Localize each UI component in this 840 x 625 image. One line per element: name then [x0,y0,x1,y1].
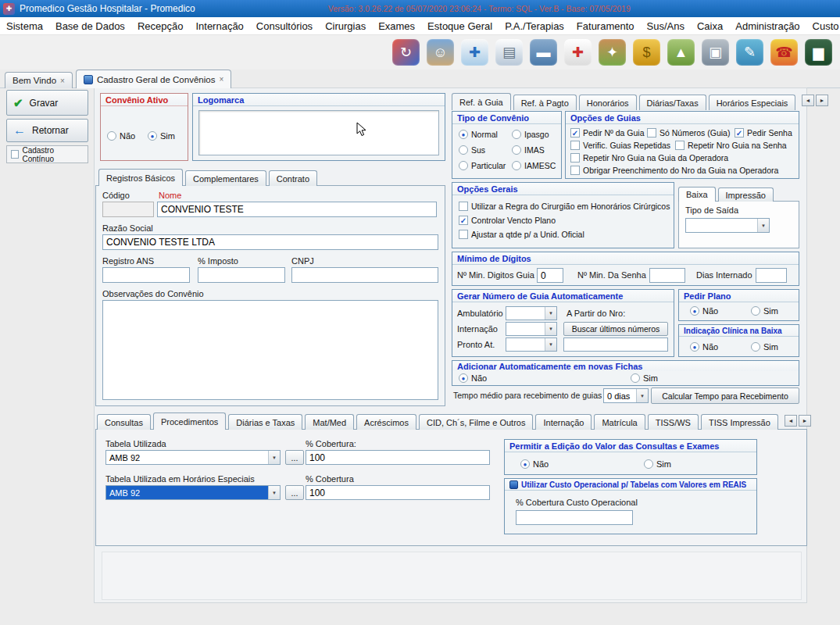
menu-administracao[interactable]: Administração [729,18,806,34]
checkbox-controlar-vencto-plano[interactable]: ✓ Controlar Vencto Plano [459,216,556,225]
logistics-icon[interactable]: ▲ [667,39,695,66]
tab-acrescimos[interactable]: Acréscimos [356,414,416,430]
radio-particular[interactable]: Particular [459,161,506,170]
tab-honorarios[interactable]: Honorários [579,95,637,110]
tabela-horarios-especiais-select[interactable]: AMB 92 ▼ [105,485,281,500]
radio-iamesc[interactable]: IAMESC [512,161,556,170]
chevron-down-icon[interactable]: ▼ [545,323,556,335]
radio-pedir-plano-sim[interactable]: Sim [751,306,778,316]
tempo-medio-select[interactable]: 0 dias ▼ [603,388,649,403]
tab-scroll-right-button[interactable]: ► [816,95,828,106]
close-icon[interactable]: × [219,75,223,84]
radio-indicacao-nao[interactable]: ● Não [690,342,718,352]
retornar-button[interactable]: ← Retornar [6,119,88,142]
menu-base-de-dados[interactable]: Base de Dados [49,18,131,34]
tab-registros-basicos[interactable]: Registros Básicos [98,169,183,186]
menu-custo[interactable]: Custo [806,18,840,34]
schedule-icon[interactable]: ✎ [736,39,763,66]
checkbox-regra-cirurgiao[interactable]: Utilizar a Regra do Cirurgião em Honorár… [459,202,670,211]
phone-icon[interactable]: ☎ [770,39,798,66]
checkbox-pedir-numero-guia[interactable]: ✓ Pedir Nº da Guia [570,128,645,138]
ambulance-icon[interactable]: ✚ [564,39,592,66]
hospital-bed-icon[interactable]: ▬ [530,39,557,66]
chevron-down-icon[interactable]: ▼ [545,307,556,320]
min-senha-field[interactable] [649,268,685,283]
radio-normal[interactable]: ● Normal [459,130,498,139]
codigo-field[interactable] [102,202,154,217]
radio-indicacao-sim[interactable]: Sim [751,342,778,352]
radio-permitir-sim[interactable]: Sim [644,459,671,469]
tabela-utilizada-select[interactable]: AMB 92 ▼ [105,450,281,465]
cobertura-field[interactable] [306,450,490,465]
internacao-select[interactable]: ▼ [506,322,557,336]
menu-sistema[interactable]: Sistema [0,18,49,34]
tab-baixa[interactable]: Baixa [678,187,716,202]
menu-pa-terapias[interactable]: P.A./Terapias [499,18,570,34]
radio-adicionar-sim[interactable]: Sim [631,373,658,383]
checkbox-so-numeros-guia[interactable]: Só Números (Guia) [647,128,730,138]
radio-convenio-nao[interactable]: Não [107,131,135,141]
notes-icon[interactable]: ▤ [495,39,523,66]
checkbox-verific-guias-repetidas[interactable]: Verific. Guias Repetidas [570,141,670,150]
sync-icon[interactable]: ↻ [392,39,420,66]
razao-social-field[interactable] [102,234,438,250]
chevron-down-icon[interactable]: ▼ [636,389,648,402]
ambulatorio-select[interactable]: ▼ [506,306,557,320]
chevron-down-icon[interactable]: ▼ [545,338,556,351]
menu-caixa[interactable]: Caixa [691,18,729,34]
radio-adicionar-nao[interactable]: ● Não [459,373,487,383]
cadastro-continuo-checkbox[interactable]: Cadastro Contínuo [6,145,88,163]
radio-ipasgo[interactable]: Ipasgo [512,130,549,139]
manual-icon[interactable]: ▆ [805,39,832,66]
pronto-at-select[interactable]: ▼ [506,338,557,352]
logomarca-image-area[interactable] [198,110,439,155]
tab-tiss-impressao[interactable]: TISS Impressão [701,414,778,430]
safe-icon[interactable]: ▣ [702,39,729,66]
tab-contrato[interactable]: Contrato [269,170,317,186]
tab-diarias-taxas[interactable]: Diárias/Taxas [639,95,706,110]
tab-matricula[interactable]: Matrícula [594,414,645,430]
checkbox-repetir-nro-guia-senha[interactable]: Repetir Nro Guia na Senha [675,141,787,150]
registro-ans-field[interactable] [102,267,190,283]
checkbox-pedir-senha[interactable]: ✓ Pedir Senha [735,128,792,138]
tab-complementares[interactable]: Complementares [185,170,266,186]
tipo-saida-select[interactable]: ▼ [685,218,770,233]
menu-recepcao[interactable]: Recepção [131,18,190,34]
gravar-button[interactable]: ✔ Gravar [6,90,88,116]
menu-cirurgias[interactable]: Cirurgias [319,18,372,34]
chevron-down-icon[interactable]: ▼ [268,486,280,499]
tabela-esp-browse-button[interactable]: ... [285,485,304,500]
patients-icon[interactable]: ☺ [427,39,454,66]
titlebar[interactable]: ✚ Promedico Gestão Hospitalar - Promedic… [0,0,840,17]
checkbox-ajustar-qtde-unid-oficial[interactable]: Ajustar a qtde p/ a Unid. Oficial [459,230,584,239]
supplies-icon[interactable]: ✦ [599,39,626,66]
imposto-field[interactable] [198,267,285,283]
nome-field[interactable] [157,202,437,217]
chevron-down-icon[interactable]: ▼ [268,451,280,464]
radio-permitir-nao[interactable]: ● Não [520,459,549,469]
a-partir-nro-field[interactable] [563,338,668,352]
tab-mat-med[interactable]: Mat/Med [305,414,354,430]
dias-internado-field[interactable] [756,268,787,283]
bottom-tab-scroll-right-button[interactable]: ► [799,415,811,427]
tab-horarios-especiais[interactable]: Horários Especiais [709,95,796,110]
checkbox-repetir-nro-guia-operadora[interactable]: Repetir Nro Guia na Guia da Operadora [570,153,728,162]
menu-estoque-geral[interactable]: Estoque Geral [421,18,499,34]
radio-imas[interactable]: IMAS [512,145,545,155]
billing-icon[interactable]: $ [633,39,660,66]
chevron-down-icon[interactable]: ▼ [757,219,769,232]
tab-impressao[interactable]: Impressão [718,188,774,202]
tab-ref-a-pagto[interactable]: Ref. à Pagto [513,95,577,110]
menu-consultorios[interactable]: Consultórios [250,18,319,34]
radio-pedir-plano-nao[interactable]: ● Não [690,306,718,316]
cobertura-custo-field[interactable] [516,510,633,525]
bottom-tab-scroll-left-button[interactable]: ◄ [785,415,797,427]
tab-procedimentos[interactable]: Procedimentos [153,412,226,430]
tab-scroll-left-button[interactable]: ◄ [802,95,814,106]
checkbox-obrigar-preenchimento-nro-guia[interactable]: Obrigar Preenchimento do Nro da Guia na … [570,166,778,175]
menu-internacao[interactable]: Internação [189,18,249,34]
cnpj-field[interactable] [291,267,438,283]
tab-consultas[interactable]: Consultas [97,414,151,430]
tab-internacao[interactable]: Internação [535,414,592,430]
tab-tiss-ws[interactable]: TISS/WS [648,414,699,430]
